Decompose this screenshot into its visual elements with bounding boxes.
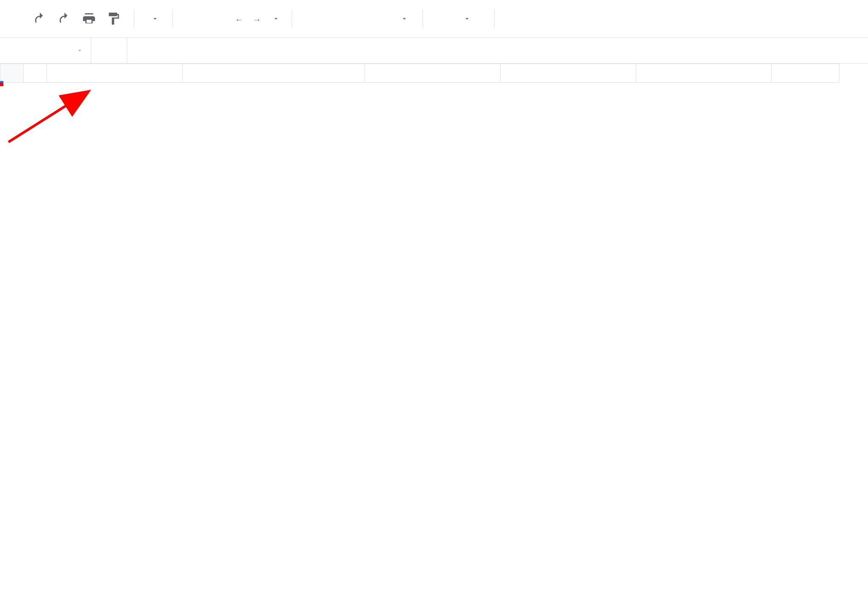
chevron-down-icon [272, 15, 280, 22]
toolbar: ← → [0, 0, 868, 37]
arrow-left-icon: ← [235, 17, 243, 22]
increase-decimal-button[interactable]: → [250, 15, 264, 22]
chevron-down-icon [401, 15, 408, 22]
column-header-row [0, 64, 840, 83]
annotation-red-box [0, 83, 3, 86]
bold-button[interactable] [505, 8, 525, 29]
select-all-corner[interactable] [0, 64, 24, 83]
toolbar-separator [494, 9, 495, 28]
svg-line-0 [8, 91, 89, 142]
formula-input[interactable] [127, 38, 868, 63]
toolbar-separator [172, 9, 173, 28]
col-header-c[interactable] [365, 64, 501, 83]
print-button[interactable] [79, 8, 99, 29]
chevron-down-icon [151, 15, 159, 22]
annotation-red-arrow [0, 83, 110, 151]
redo-button[interactable] [54, 8, 75, 29]
col-header-a[interactable] [47, 64, 183, 83]
format-percent-button[interactable] [208, 8, 228, 29]
italic-button[interactable] [529, 8, 550, 29]
name-box[interactable] [0, 38, 91, 63]
formula-bar-row [0, 37, 868, 64]
col-header-b[interactable] [183, 64, 365, 83]
undo-button[interactable] [30, 8, 50, 29]
sheet-area [0, 64, 868, 83]
selection-outline [0, 83, 2, 84]
font-size-dropdown[interactable] [433, 15, 484, 22]
col-header-extra[interactable] [772, 64, 840, 83]
col-header-d[interactable] [501, 64, 636, 83]
chevron-down-icon [76, 47, 83, 54]
gutter-header [24, 64, 47, 83]
zoom-dropdown[interactable] [145, 15, 162, 22]
chevron-down-icon [463, 15, 471, 22]
active-cell-outline [0, 83, 3, 85]
toolbar-separator [423, 9, 423, 28]
arrow-right-icon: → [253, 17, 261, 22]
format-currency-button[interactable] [183, 8, 203, 29]
spreadsheet-grid[interactable] [0, 64, 840, 83]
toolbar-separator [292, 9, 292, 28]
fx-label [91, 38, 127, 63]
decrease-decimal-button[interactable]: ← [232, 15, 246, 22]
toolbar-separator [134, 9, 134, 28]
col-header-e[interactable] [636, 64, 772, 83]
more-formats-dropdown[interactable] [268, 15, 281, 22]
paint-format-button[interactable] [103, 8, 124, 29]
font-family-dropdown[interactable] [302, 15, 412, 22]
